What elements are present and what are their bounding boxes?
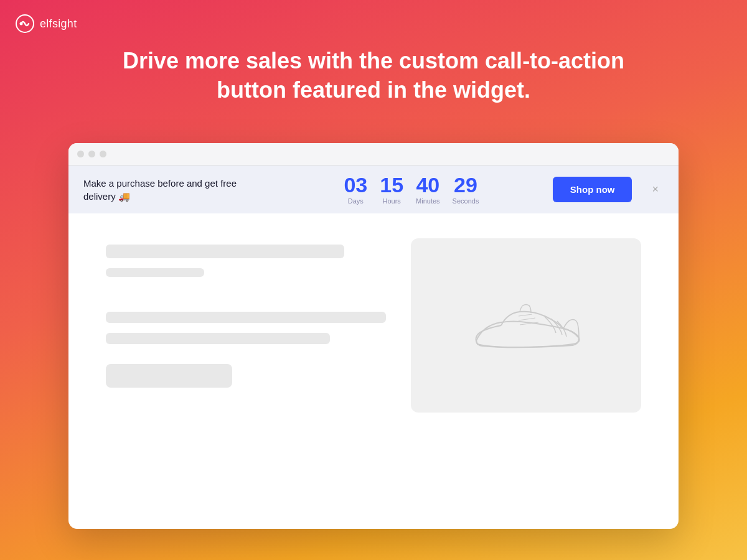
browser-dot-close	[77, 151, 84, 157]
banner-right: Shop now ×	[553, 177, 664, 202]
countdown-minutes: 40 Minutes	[416, 174, 440, 205]
countdown-seconds: 29 Seconds	[453, 174, 479, 205]
page-headline: Drive more sales with the custom call-to…	[0, 47, 747, 105]
hours-value: 15	[380, 174, 403, 195]
content-left	[106, 238, 386, 413]
content-spacer	[106, 287, 386, 302]
browser-dot-max	[100, 151, 106, 157]
placeholder-title	[106, 245, 344, 258]
banner-message: Make a purchase before and get free deli…	[83, 177, 270, 203]
days-value: 03	[344, 174, 367, 195]
svg-line-3	[519, 318, 535, 320]
seconds-value: 29	[454, 174, 477, 195]
placeholder-subtitle	[106, 268, 204, 277]
minutes-label: Minutes	[416, 197, 440, 205]
browser-dot-min	[88, 151, 95, 157]
countdown-banner: Make a purchase before and get free deli…	[68, 166, 679, 213]
content-right	[411, 238, 641, 413]
seconds-label: Seconds	[453, 197, 479, 205]
browser-window: Make a purchase before and get free deli…	[68, 143, 679, 529]
page-content	[68, 213, 679, 437]
browser-chrome	[68, 143, 679, 166]
banner-close-button[interactable]: ×	[647, 180, 664, 198]
countdown-days: 03 Days	[344, 174, 367, 205]
logo: elfsight	[15, 14, 77, 34]
minutes-value: 40	[416, 174, 439, 195]
days-label: Days	[348, 197, 364, 205]
countdown-section: 03 Days 15 Hours 40 Minutes 29 Seconds	[344, 174, 479, 205]
svg-line-2	[519, 314, 532, 316]
placeholder-text-1	[106, 312, 386, 323]
svg-point-1	[20, 22, 23, 26]
shoe-illustration	[464, 288, 588, 363]
headline-line1: Drive more sales with the custom call-to…	[123, 48, 624, 73]
placeholder-text-2	[106, 333, 330, 344]
logo-text: elfsight	[40, 17, 77, 30]
elfsight-logo-icon	[15, 14, 35, 34]
countdown-hours: 15 Hours	[380, 174, 403, 205]
placeholder-button	[106, 364, 232, 388]
headline-line2: button featured in the widget.	[217, 77, 530, 103]
shop-now-button[interactable]: Shop now	[553, 177, 632, 202]
hours-label: Hours	[382, 197, 400, 205]
